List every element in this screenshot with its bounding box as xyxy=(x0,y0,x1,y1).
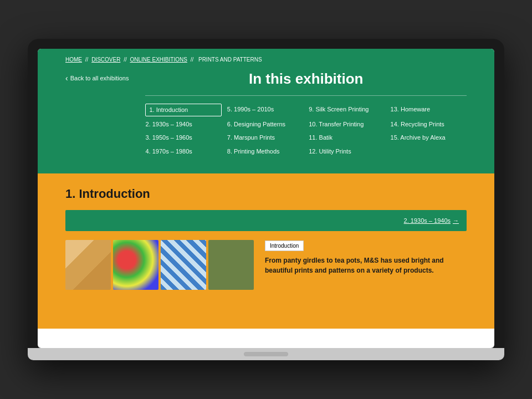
nav-placeholder xyxy=(391,146,467,157)
laptop-base xyxy=(28,348,504,360)
breadcrumb-discover[interactable]: DISCOVER xyxy=(91,57,120,63)
section-nav-bar: 2. 1930s – 1940s xyxy=(65,210,467,231)
intro-description: From panty girdles to tea pots, M&S has … xyxy=(265,255,467,275)
breadcrumb-sep-2: // xyxy=(124,57,128,63)
breadcrumb-online-exhibitions[interactable]: ONLINE EXHIBITIONS xyxy=(130,57,187,63)
nav-item-15[interactable]: 15. Archive by Alexa xyxy=(391,132,467,144)
intro-box: Introduction From panty girdles to tea p… xyxy=(265,240,467,290)
next-section-link[interactable]: 2. 1930s – 1940s xyxy=(404,217,459,224)
breadcrumb-sep-3: // xyxy=(191,57,195,63)
nav-item-11[interactable]: 11. Batik xyxy=(309,132,385,144)
laptop-notch xyxy=(244,352,288,356)
exhibition-title: In this exhibition xyxy=(145,70,467,88)
nav-item-3[interactable]: 3. 1950s – 1960s xyxy=(145,132,221,144)
breadcrumb: HOME // DISCOVER // ONLINE EXHIBITIONS /… xyxy=(65,57,467,63)
nav-item-6[interactable]: 6. Designing Patterns xyxy=(227,119,303,130)
site-content: HOME // DISCOVER // ONLINE EXHIBITIONS /… xyxy=(38,49,494,348)
breadcrumb-home[interactable]: HOME xyxy=(65,57,82,63)
image-strip xyxy=(65,240,254,290)
nav-item-4[interactable]: 4. 1970s – 1980s xyxy=(145,146,221,157)
section-title: 1. Introduction xyxy=(65,187,467,201)
breadcrumb-current: PRINTS AND PATTERNS xyxy=(198,57,262,63)
laptop-screen: HOME // DISCOVER // ONLINE EXHIBITIONS /… xyxy=(38,49,494,348)
nav-item-5[interactable]: 5. 1990s – 2010s xyxy=(227,104,303,116)
intro-badge: Introduction xyxy=(265,241,304,251)
nav-item-12[interactable]: 12. Utility Prints xyxy=(309,146,385,157)
laptop-container: HOME // DISCOVER // ONLINE EXHIBITIONS /… xyxy=(28,39,504,360)
nav-item-8[interactable]: 8. Printing Methods xyxy=(227,146,303,157)
nav-item-2[interactable]: 2. 1930s – 1940s xyxy=(145,119,221,130)
nav-item-13[interactable]: 13. Homeware xyxy=(391,104,467,116)
divider xyxy=(145,95,467,96)
swatch-3 xyxy=(161,240,206,290)
swatch-4 xyxy=(208,240,254,290)
content-bottom: Introduction From panty girdles to tea p… xyxy=(65,240,467,290)
breadcrumb-sep-1: // xyxy=(85,57,90,63)
nav-item-7[interactable]: 7. Marspun Prints xyxy=(227,132,303,144)
swatch-1 xyxy=(65,240,111,290)
back-link[interactable]: Back to all exhibitions xyxy=(65,74,129,83)
swatch-2 xyxy=(113,240,158,290)
nav-item-9[interactable]: 9. Silk Screen Printing xyxy=(309,104,385,116)
nav-item-14[interactable]: 14. Recycling Prints xyxy=(391,119,467,130)
nav-item-1[interactable]: 1. Introduction xyxy=(145,104,221,116)
header-section: HOME // DISCOVER // ONLINE EXHIBITIONS /… xyxy=(38,49,494,173)
nav-item-10[interactable]: 10. Transfer Printing xyxy=(309,119,385,130)
exhibition-title-block: In this exhibition 1. Introduction 5. 19… xyxy=(145,70,467,157)
exhibition-nav: 1. Introduction 5. 1990s – 2010s 9. Silk… xyxy=(145,104,467,157)
content-section: 1. Introduction 2. 1930s – 1940s Introdu… xyxy=(38,173,494,329)
exhibition-header: Back to all exhibitions In this exhibiti… xyxy=(65,70,467,157)
